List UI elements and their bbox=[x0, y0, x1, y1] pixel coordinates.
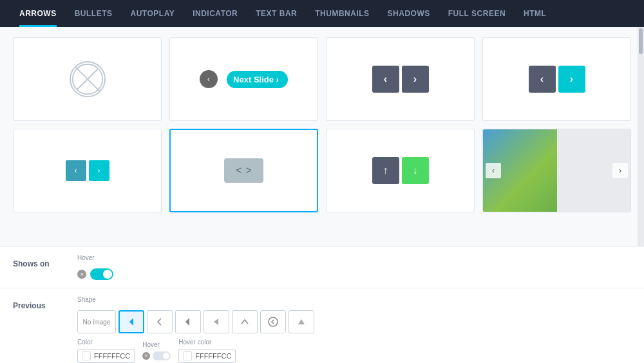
dark-arrow-pair: ‹ › bbox=[372, 66, 429, 93]
slide-left-arrow: ‹ bbox=[486, 163, 501, 178]
shape-chevron-left-bold[interactable] bbox=[175, 310, 201, 333]
nav-item-thumbnails[interactable]: THUMBNAILS bbox=[306, 0, 378, 27]
arrow-style-preview-image[interactable]: ‹ › bbox=[482, 129, 631, 212]
nav-item-bullets[interactable]: BULLETS bbox=[66, 0, 122, 27]
svg-marker-4 bbox=[214, 319, 218, 325]
top-navigation: ARROWS BULLETS AUTOPLAY INDICATOR TEXT B… bbox=[0, 0, 644, 27]
nav-item-full-screen[interactable]: FULL SCREEN bbox=[439, 0, 515, 27]
arrow-style-code-selected[interactable]: < > bbox=[169, 129, 318, 212]
toggle-x-icon[interactable]: ✕ bbox=[77, 270, 86, 279]
hover-color-mini-label: Hover color bbox=[178, 339, 236, 346]
shape-circle-left[interactable] bbox=[260, 310, 286, 333]
arrow-style-small-teal[interactable]: ‹ › bbox=[13, 129, 162, 212]
shape-mini-label: Shape bbox=[77, 296, 631, 303]
hover-color-field[interactable]: FFFFFFCC bbox=[178, 349, 236, 363]
prev-circle-icon: ‹ bbox=[200, 70, 218, 88]
down-arrow-green: ↓ bbox=[402, 157, 429, 184]
nav-item-html[interactable]: HTML bbox=[515, 0, 555, 27]
arrow-style-next-slide[interactable]: ‹ Next Slide › bbox=[169, 37, 318, 121]
nav-item-indicator[interactable]: INDICATOR bbox=[184, 0, 247, 27]
code-arrow-right: > bbox=[246, 165, 252, 176]
hover-sm-mini-label: Hover bbox=[142, 341, 171, 348]
color-field[interactable]: FFFFFFCC bbox=[77, 349, 135, 363]
up-arrow-dark: ↑ bbox=[372, 157, 399, 184]
shape-chevron-left-filled[interactable] bbox=[118, 310, 144, 333]
shape-triangle-left[interactable] bbox=[204, 310, 229, 333]
svg-marker-3 bbox=[185, 318, 189, 326]
shape-chevron-left-outline[interactable] bbox=[147, 310, 173, 333]
shape-no-image[interactable]: No image bbox=[77, 310, 116, 333]
up-down-arrow-pair: ↑ ↓ bbox=[372, 157, 429, 184]
color-mini-label: Color bbox=[77, 339, 135, 346]
color-row: Color FFFFFFCC Hover ✕ bbox=[77, 339, 631, 363]
color-swatch bbox=[82, 351, 91, 360]
arrow-style-grid: ‹ Next Slide › ‹ › ‹ › ‹ › bbox=[13, 37, 631, 212]
shape-caret-up[interactable] bbox=[232, 310, 258, 333]
thumbnail-grid-area: ‹ Next Slide › ‹ › ‹ › ‹ › bbox=[0, 27, 644, 246]
shows-on-row: Shows on Hover ✕ bbox=[0, 247, 644, 288]
dark-teal-right-arrow: › bbox=[558, 66, 585, 93]
color-value: FFFFFFCC bbox=[94, 352, 130, 360]
nav-item-text-bar[interactable]: TEXT BAR bbox=[247, 0, 306, 27]
hover-mini-label: Hover bbox=[77, 254, 631, 261]
previous-row: Previous Shape No image bbox=[0, 288, 644, 363]
hover-sm-track[interactable] bbox=[153, 351, 171, 360]
dark-teal-left-arrow: ‹ bbox=[529, 66, 556, 93]
hover-sm-toggle: ✕ bbox=[142, 351, 171, 360]
dark-right-arrow: › bbox=[402, 66, 429, 93]
svg-marker-6 bbox=[298, 319, 305, 324]
small-teal-right: › bbox=[89, 160, 109, 181]
hover-toggle-thumb bbox=[103, 270, 112, 279]
shape-row: No image bbox=[77, 310, 631, 333]
hover-toggle-track[interactable] bbox=[90, 268, 113, 280]
shows-on-label: Shows on bbox=[13, 254, 77, 268]
nav-item-shadows[interactable]: SHADOWS bbox=[379, 0, 439, 27]
dark-teal-arrow-pair: ‹ › bbox=[529, 66, 585, 93]
code-arrow-left: < bbox=[236, 165, 242, 176]
hover-color-swatch bbox=[183, 351, 192, 360]
arrow-style-up-down[interactable]: ↑ ↓ bbox=[326, 129, 475, 212]
arrow-style-none[interactable] bbox=[13, 37, 162, 121]
previous-label: Previous bbox=[13, 296, 77, 310]
shows-on-content: Hover ✕ bbox=[77, 254, 631, 280]
dark-left-arrow: ‹ bbox=[372, 66, 399, 93]
shape-caret-up-filled[interactable] bbox=[289, 310, 314, 333]
scrollbar-thumb bbox=[639, 28, 643, 54]
nav-item-arrows[interactable]: ARROWS bbox=[10, 0, 66, 27]
svg-line-1 bbox=[75, 67, 99, 91]
hover-sm-thumb bbox=[163, 353, 169, 359]
no-icon-symbol bbox=[70, 61, 106, 97]
settings-panel: Shows on Hover ✕ Previous Shape No image bbox=[0, 246, 644, 363]
previous-content: Shape No image bbox=[77, 296, 631, 363]
slide-right-arrow: › bbox=[612, 163, 628, 178]
hover-toggle-wrap: ✕ bbox=[77, 268, 631, 280]
arrow-style-dark-teal[interactable]: ‹ › bbox=[482, 37, 631, 121]
small-teal-left: ‹ bbox=[66, 160, 86, 181]
arrow-style-dark-chevrons[interactable]: ‹ › bbox=[326, 37, 475, 121]
svg-point-5 bbox=[269, 317, 278, 326]
nav-item-autoplay[interactable]: AUTOPLAY bbox=[122, 0, 184, 27]
toggle-sm-x-icon[interactable]: ✕ bbox=[142, 352, 150, 360]
svg-marker-2 bbox=[129, 318, 133, 326]
scrollbar[interactable] bbox=[638, 27, 644, 246]
next-slide-button: Next Slide › bbox=[227, 71, 288, 88]
preview-slide: ‹ › bbox=[483, 129, 630, 212]
small-teal-arrow-pair: ‹ › bbox=[66, 160, 109, 181]
hover-color-value: FFFFFFCC bbox=[195, 352, 231, 360]
